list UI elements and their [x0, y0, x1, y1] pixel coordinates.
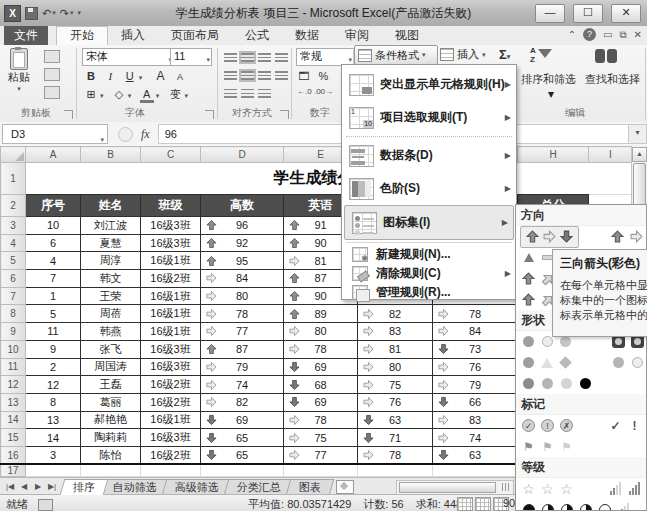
- score-cell[interactable]: 68: [284, 376, 358, 394]
- sign-diamond-icon[interactable]: [557, 355, 574, 371]
- decrease-indent-icon[interactable]: [224, 89, 237, 98]
- row-header-5[interactable]: 5: [1, 252, 26, 270]
- menu-item-7[interactable]: 管理规则(R)...: [342, 283, 516, 302]
- score-cell[interactable]: 82: [201, 393, 284, 411]
- score-cell[interactable]: 78: [284, 340, 358, 358]
- row-header-2[interactable]: 2: [1, 195, 26, 217]
- serial-cell[interactable]: 7: [26, 270, 81, 288]
- name-cell[interactable]: 王荣: [81, 287, 141, 305]
- paste-button[interactable]: 粘贴 ▾: [8, 48, 30, 93]
- format-painter-button[interactable]: [44, 86, 60, 99]
- normal-view-button[interactable]: [457, 497, 473, 511]
- macro-record-icon[interactable]: [38, 499, 53, 511]
- score-cell[interactable]: 78: [433, 305, 518, 323]
- score-cell[interactable]: 84: [433, 323, 518, 341]
- flag-icon[interactable]: ⚑: [558, 439, 575, 455]
- zoom-level[interactable]: 90: [503, 497, 515, 509]
- increase-indent-icon[interactable]: [241, 89, 254, 98]
- insert-function-icon[interactable]: fx: [141, 127, 150, 142]
- cell[interactable]: [284, 464, 358, 477]
- serial-cell[interactable]: 12: [26, 376, 81, 394]
- score-cell[interactable]: 65: [201, 446, 284, 464]
- underline-button[interactable]: U: [123, 69, 137, 83]
- score-cell[interactable]: 79: [201, 358, 284, 376]
- select-all-corner[interactable]: [1, 147, 26, 163]
- score-cell[interactable]: 81: [358, 340, 433, 358]
- workbook-minimize-icon[interactable]: ▭: [603, 29, 612, 40]
- workbook-restore-icon[interactable]: ⧉: [619, 29, 626, 41]
- score-cell[interactable]: 66: [433, 393, 518, 411]
- row-header-16[interactable]: 16: [1, 446, 26, 464]
- flag-icon[interactable]: ⚑: [520, 439, 537, 455]
- shrink-font-button[interactable]: A: [173, 70, 187, 84]
- class-cell[interactable]: 16级3班: [141, 217, 201, 235]
- maximize-button[interactable]: ☐: [573, 4, 603, 23]
- rating-bars-icon[interactable]: [626, 482, 643, 495]
- name-cell[interactable]: 郝艳艳: [81, 411, 141, 429]
- column-header-B[interactable]: B: [81, 147, 141, 163]
- circle-icon[interactable]: [629, 355, 646, 371]
- star-icon[interactable]: ☆: [539, 481, 556, 497]
- name-cell[interactable]: 夏慧: [81, 234, 141, 252]
- cell[interactable]: [26, 464, 81, 477]
- arrow-right-icon[interactable]: [628, 229, 645, 245]
- find-select-button[interactable]: [595, 49, 617, 63]
- pie-empty-icon[interactable]: [596, 502, 613, 511]
- increase-decimal-button[interactable]: ←.0: [297, 87, 312, 96]
- score-cell[interactable]: 77: [201, 323, 284, 341]
- minimize-button[interactable]: —: [535, 4, 565, 23]
- accounting-format-button[interactable]: 🗔: [297, 69, 311, 83]
- pie-half-icon[interactable]: [558, 502, 575, 511]
- pie-three-quarter-icon[interactable]: [539, 502, 556, 511]
- circle-icon[interactable]: [539, 376, 556, 392]
- bold-button[interactable]: B: [84, 69, 98, 83]
- score-cell[interactable]: 83: [433, 411, 518, 429]
- serial-cell[interactable]: 5: [26, 305, 81, 323]
- page-layout-view-button[interactable]: [475, 497, 491, 511]
- name-cell[interactable]: 陈怡: [81, 446, 141, 464]
- conditional-formatting-button[interactable]: 条件格式▾: [354, 45, 438, 65]
- row-header-6[interactable]: 6: [1, 270, 26, 288]
- row-header-17[interactable]: 17: [1, 464, 26, 477]
- name-cell[interactable]: 王磊: [81, 376, 141, 394]
- score-cell[interactable]: 95: [201, 252, 284, 270]
- percent-button[interactable]: %: [316, 69, 330, 83]
- tab-4[interactable]: 数据: [282, 26, 332, 45]
- row-header-14[interactable]: 14: [1, 411, 26, 429]
- row-header-11[interactable]: 11: [1, 358, 26, 376]
- orientation-icon[interactable]: [275, 53, 288, 62]
- score-cell[interactable]: 75: [358, 376, 433, 394]
- cut-button[interactable]: [44, 50, 60, 63]
- row-header-4[interactable]: 4: [1, 234, 26, 252]
- name-cell[interactable]: 韩燕: [81, 323, 141, 341]
- fill-color-button[interactable]: ◇: [112, 87, 126, 101]
- expand-formula-bar-button[interactable]: ▾: [628, 124, 647, 144]
- arrow-up-icon[interactable]: [609, 229, 626, 245]
- font-name-combo[interactable]: 宋体▾: [82, 48, 174, 66]
- serial-cell[interactable]: 3: [26, 446, 81, 464]
- sheet-tab-1[interactable]: 自动筛选: [100, 479, 171, 495]
- cell[interactable]: [81, 464, 141, 477]
- score-cell[interactable]: 80: [284, 323, 358, 341]
- circle-icon[interactable]: [611, 355, 628, 371]
- serial-cell[interactable]: 13: [26, 411, 81, 429]
- score-cell[interactable]: 63: [433, 446, 518, 464]
- cell[interactable]: [433, 464, 518, 477]
- score-cell[interactable]: 69: [201, 411, 284, 429]
- serial-cell[interactable]: 14: [26, 429, 81, 447]
- serial-cell[interactable]: 1: [26, 287, 81, 305]
- score-cell[interactable]: 69: [284, 393, 358, 411]
- score-cell[interactable]: 89: [284, 305, 358, 323]
- class-cell[interactable]: 16级3班: [141, 340, 201, 358]
- score-cell[interactable]: 87: [201, 340, 284, 358]
- serial-cell[interactable]: 10: [26, 217, 81, 235]
- next-sheet-icon[interactable]: ▶: [32, 482, 44, 491]
- score-cell[interactable]: 71: [358, 429, 433, 447]
- tab-1[interactable]: 插入: [108, 26, 158, 45]
- column-header-C[interactable]: C: [141, 147, 201, 163]
- row-header-3[interactable]: 3: [1, 217, 26, 235]
- score-cell[interactable]: 73: [433, 340, 518, 358]
- first-sheet-icon[interactable]: |◀: [4, 482, 16, 491]
- workbook-close-icon[interactable]: ✕: [634, 29, 642, 40]
- name-cell[interactable]: 刘江波: [81, 217, 141, 235]
